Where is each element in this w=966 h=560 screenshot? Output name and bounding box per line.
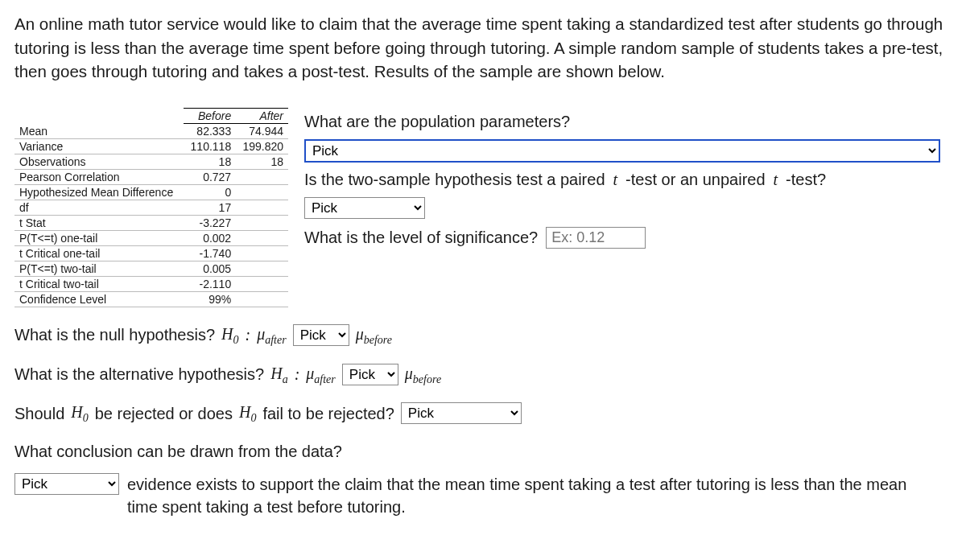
cell xyxy=(236,292,288,307)
conclusion-tail: evidence exists to support the claim tha… xyxy=(127,473,932,518)
cell: 0.002 xyxy=(184,231,236,246)
q-paired-unpaired: Is the two-sample hypothesis test a pair… xyxy=(304,171,952,189)
table-row: Observations1818 xyxy=(14,154,288,170)
cell: 74.944 xyxy=(236,124,288,139)
intro-paragraph: An online math tutor service would like … xyxy=(14,12,952,84)
t-symbol: t xyxy=(774,171,778,189)
cell: 17 xyxy=(184,200,236,216)
mu-before-symbol: μbefore xyxy=(356,319,392,352)
row-label: Variance xyxy=(14,139,184,154)
colon: : xyxy=(295,359,300,389)
t-symbol: t xyxy=(613,171,618,189)
row-label: t Stat xyxy=(14,216,184,231)
table-row: t Critical one-tail-1.740 xyxy=(14,246,288,261)
h0-symbol: H0 xyxy=(221,319,238,352)
cell: -3.227 xyxy=(184,216,236,231)
input-significance[interactable] xyxy=(546,227,646,249)
cell xyxy=(236,261,288,277)
text: fail to be rejected? xyxy=(262,398,394,429)
cell xyxy=(236,200,288,216)
cell xyxy=(236,231,288,246)
text: be rejected or does xyxy=(95,398,233,429)
cell: -2.110 xyxy=(184,277,236,292)
cell xyxy=(236,170,288,185)
row-label: t Critical two-tail xyxy=(14,277,184,292)
text: -test? xyxy=(786,171,826,189)
row-label: Pearson Correlation xyxy=(14,170,184,185)
select-alt-relation[interactable]: Pick xyxy=(342,364,398,385)
select-paired-unpaired[interactable]: Pick xyxy=(304,197,425,219)
header-blank xyxy=(14,109,184,124)
table-row: t Critical two-tail-2.110 xyxy=(14,277,288,292)
row-label: Hypothesized Mean Difference xyxy=(14,185,184,200)
cell: 18 xyxy=(184,154,236,170)
q-significance: What is the level of significance? xyxy=(304,229,538,247)
table-row: Confidence Level99% xyxy=(14,292,288,307)
row-label: Mean xyxy=(14,124,184,139)
q-alt-hypothesis: What is the alternative hypothesis? xyxy=(14,359,264,389)
cell: 99% xyxy=(184,292,236,307)
table-row: Hypothesized Mean Difference0 xyxy=(14,185,288,200)
text: -test or an unpaired xyxy=(625,171,765,189)
select-population-parameters[interactable]: Pick xyxy=(304,139,940,163)
q-population-parameters: What are the population parameters? xyxy=(304,113,952,131)
cell xyxy=(236,216,288,231)
select-conclusion[interactable]: Pick xyxy=(14,473,119,495)
header-after: After xyxy=(236,109,288,124)
cell xyxy=(236,246,288,261)
cell: 82.333 xyxy=(184,124,236,139)
row-label: df xyxy=(14,200,184,216)
header-before: Before xyxy=(184,109,236,124)
cell: -1.740 xyxy=(184,246,236,261)
h0-symbol: H0 xyxy=(239,397,256,430)
colon: : xyxy=(245,319,250,350)
cell xyxy=(236,185,288,200)
text: Should xyxy=(14,398,64,429)
select-reject[interactable]: Pick xyxy=(401,402,522,424)
table-row: t Stat-3.227 xyxy=(14,216,288,231)
cell xyxy=(236,277,288,292)
mu-after-symbol: μafter xyxy=(306,358,336,391)
table-row: Variance110.118199.820 xyxy=(14,139,288,154)
row-label: t Critical one-tail xyxy=(14,246,184,261)
row-label: P(T<=t) one-tail xyxy=(14,231,184,246)
ha-symbol: Ha xyxy=(270,358,287,391)
table-row: Mean82.33374.944 xyxy=(14,124,288,139)
h0-symbol: H0 xyxy=(71,397,88,430)
select-null-relation[interactable]: Pick xyxy=(293,324,349,346)
row-label: Observations xyxy=(14,154,184,170)
table-row: P(T<=t) two-tail0.005 xyxy=(14,261,288,277)
stats-table: Before After Mean82.33374.944 Variance11… xyxy=(14,108,288,307)
cell: 0 xyxy=(184,185,236,200)
cell: 0.005 xyxy=(184,261,236,277)
row-label: P(T<=t) two-tail xyxy=(14,261,184,277)
row-label: Confidence Level xyxy=(14,292,184,307)
mu-after-symbol: μafter xyxy=(257,319,287,352)
cell: 18 xyxy=(236,154,288,170)
q-conclusion: What conclusion can be drawn from the da… xyxy=(14,436,952,467)
text: Is the two-sample hypothesis test a pair… xyxy=(304,171,605,189)
mu-before-symbol: μbefore xyxy=(405,358,441,391)
q-null-hypothesis: What is the null hypothesis? xyxy=(14,319,215,350)
table-row: df17 xyxy=(14,200,288,216)
cell: 199.820 xyxy=(236,139,288,154)
table-row: P(T<=t) one-tail0.002 xyxy=(14,231,288,246)
cell: 110.118 xyxy=(184,139,236,154)
cell: 0.727 xyxy=(184,170,236,185)
table-row: Pearson Correlation0.727 xyxy=(14,170,288,185)
